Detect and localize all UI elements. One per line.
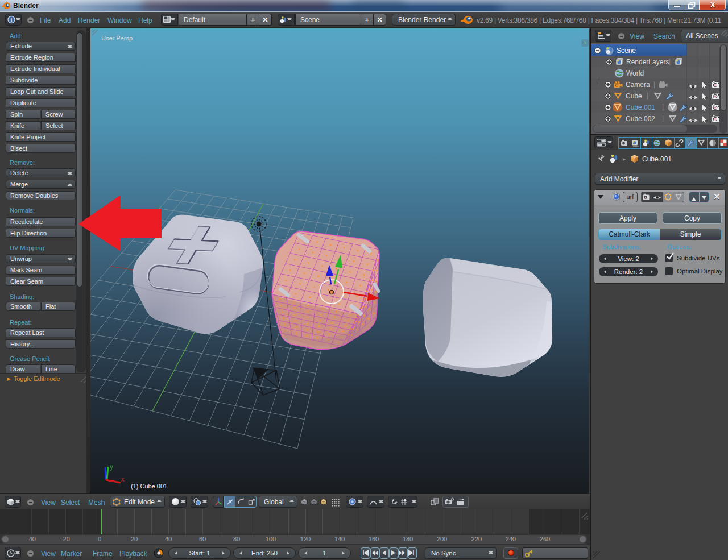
svg-text:x: x xyxy=(121,475,125,483)
svg-text:y: y xyxy=(110,463,113,471)
